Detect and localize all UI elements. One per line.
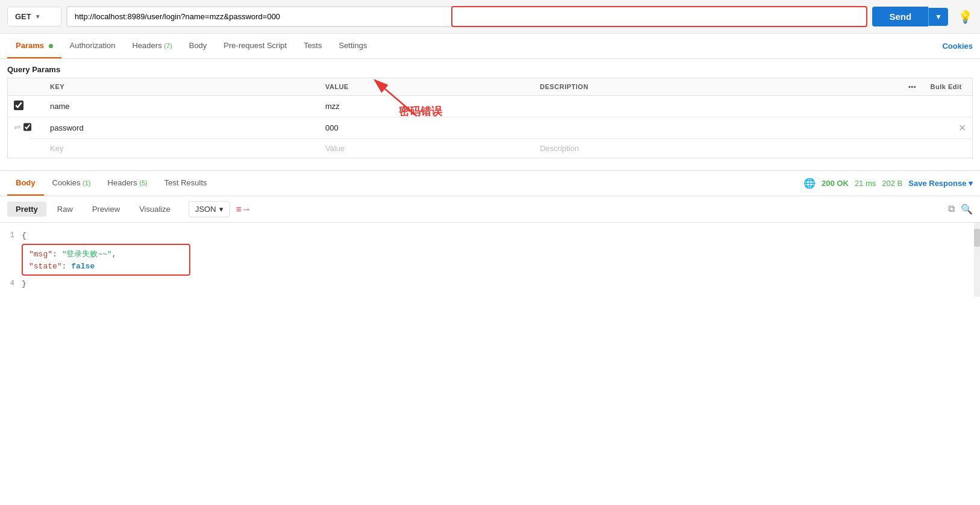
row1-extra (925, 96, 973, 117)
col-value-header: VALUE (319, 78, 534, 96)
lightbulb-icon[interactable]: 💡 (958, 10, 973, 24)
save-response-button[interactable]: Save Response ▾ (908, 179, 973, 188)
col-key-header: KEY (44, 78, 319, 96)
format-chevron-icon: ▾ (219, 205, 223, 214)
code-line-1: 1 { (0, 230, 980, 241)
wrap-icon[interactable]: ≡→ (236, 204, 251, 215)
col-bulk-header[interactable]: Bulk Edit (925, 78, 973, 96)
row2-more (900, 117, 925, 139)
code-line-3: "state": false (29, 261, 183, 272)
table-row: name mzz (8, 96, 973, 117)
params-dot (49, 44, 53, 48)
json-response-highlight: "msg": "登录失败~~", "state": false (22, 244, 190, 276)
line-content-4: } (22, 279, 980, 288)
view-tab-visualize[interactable]: Visualize (131, 202, 179, 217)
row1-more (900, 96, 925, 117)
response-tabs: Body Cookies (1) Headers (5) Test Result… (0, 171, 980, 196)
placeholder-checkbox-cell (8, 139, 30, 158)
response-tab-testresults[interactable]: Test Results (156, 171, 216, 196)
code-area: 1 { "msg": "登录失败~~", "state": false 4 } (0, 223, 980, 297)
table-row-placeholder: Key Value Description (8, 139, 973, 158)
tab-pre-request[interactable]: Pre-request Script (215, 34, 295, 58)
url-bar: GET ▼ Send ▼ 💡 (0, 0, 980, 34)
row2-drag-icon[interactable]: ⇌ (14, 122, 21, 132)
save-response-chevron: ▾ (969, 179, 973, 188)
placeholder-extra (925, 139, 973, 158)
response-time: 21 ms (855, 179, 876, 188)
send-dropdown-button[interactable]: ▼ (928, 8, 948, 26)
col-drag (30, 78, 44, 96)
tab-body[interactable]: Body (181, 34, 216, 58)
tab-settings[interactable]: Settings (330, 34, 375, 58)
row2-checkbox[interactable] (23, 122, 31, 132)
line-number-4: 4 (0, 279, 22, 288)
placeholder-drag (30, 139, 44, 158)
row1-checkbox[interactable] (14, 101, 23, 110)
row2-close[interactable]: ✕ (925, 117, 973, 139)
tab-headers[interactable]: Headers (7) (124, 34, 181, 58)
globe-icon: 🌐 (804, 178, 816, 189)
row2-key[interactable]: password (44, 117, 319, 139)
row2-close-icon[interactable]: ✕ (958, 122, 966, 134)
row1-description[interactable] (534, 96, 900, 117)
format-label: JSON (195, 205, 216, 214)
method-label: GET (15, 12, 31, 21)
body-action-icons: ⧉ 🔍 (948, 203, 973, 215)
cookies-response-badge: (1) (83, 179, 90, 187)
line-content-3: "state": false (29, 262, 183, 271)
response-tab-cookies[interactable]: Cookies (1) (44, 171, 99, 196)
response-tab-headers[interactable]: Headers (5) (99, 171, 156, 196)
col-desc-header: DESCRIPTION (534, 78, 900, 96)
headers-response-badge: (5) (139, 179, 147, 187)
row2-description[interactable] (534, 117, 900, 139)
col-checkbox (8, 78, 30, 96)
tab-tests[interactable]: Tests (295, 34, 330, 58)
view-tab-raw[interactable]: Raw (49, 202, 81, 217)
query-params-section: 密码错误 Query Params KEY VALUE DESCRIPTION … (0, 59, 980, 158)
cookies-link[interactable]: Cookies (942, 34, 973, 58)
body-view-tabs: Pretty Raw Preview Visualize JSON ▾ ≡→ ⧉… (0, 196, 980, 223)
line-content-2: "msg": "登录失败~~", (29, 249, 183, 259)
view-tab-pretty[interactable]: Pretty (7, 202, 46, 217)
url-input[interactable] (66, 6, 867, 27)
scrollbar-track[interactable] (974, 223, 980, 297)
request-tabs: Params Authorization Headers (7) Body Pr… (0, 34, 980, 59)
line-number-1: 1 (0, 231, 22, 240)
placeholder-key[interactable]: Key (44, 139, 319, 158)
copy-icon[interactable]: ⧉ (948, 203, 955, 215)
query-params-title: Query Params (7, 59, 973, 78)
row2-checkbox-cell[interactable]: ⇌ (8, 117, 30, 137)
view-tab-preview[interactable]: Preview (84, 202, 128, 217)
response-status: 200 OK (822, 179, 849, 188)
tab-params[interactable]: Params (7, 34, 61, 58)
response-meta: 🌐 200 OK 21 ms 202 B Save Response ▾ (804, 178, 973, 189)
format-select[interactable]: JSON ▾ (189, 201, 230, 217)
row2-drag-extra (30, 117, 44, 139)
code-line-4: 4 } (0, 278, 980, 290)
code-line-2: "msg": "登录失败~~", (29, 247, 183, 261)
send-btn-wrap: Send ▼ (872, 7, 948, 26)
row2-value[interactable]: 000 (319, 117, 534, 139)
response-tab-body[interactable]: Body (7, 171, 44, 196)
scrollbar-thumb[interactable] (974, 229, 980, 247)
response-area: Body Cookies (1) Headers (5) Test Result… (0, 170, 980, 297)
send-button[interactable]: Send (872, 7, 928, 26)
placeholder-more (900, 139, 925, 158)
placeholder-value[interactable]: Value (319, 139, 534, 158)
url-input-wrap (66, 6, 867, 27)
row1-value[interactable]: mzz (319, 96, 534, 117)
placeholder-description[interactable]: Description (534, 139, 900, 158)
method-select[interactable]: GET ▼ (7, 7, 61, 26)
row1-checkbox-cell[interactable] (8, 96, 30, 117)
headers-badge: (7) (164, 42, 172, 49)
params-table: KEY VALUE DESCRIPTION ••• Bulk Edit name… (7, 78, 973, 158)
row1-key[interactable]: name (44, 96, 319, 117)
table-row: ⇌ password 000 ✕ (8, 117, 973, 139)
response-size: 202 B (882, 179, 902, 188)
line-content-1: { (22, 231, 980, 240)
search-icon[interactable]: 🔍 (961, 203, 973, 215)
tab-authorization[interactable]: Authorization (61, 34, 124, 58)
row1-drag (30, 96, 44, 117)
col-more-header[interactable]: ••• (900, 78, 925, 96)
method-chevron-icon: ▼ (35, 13, 41, 20)
